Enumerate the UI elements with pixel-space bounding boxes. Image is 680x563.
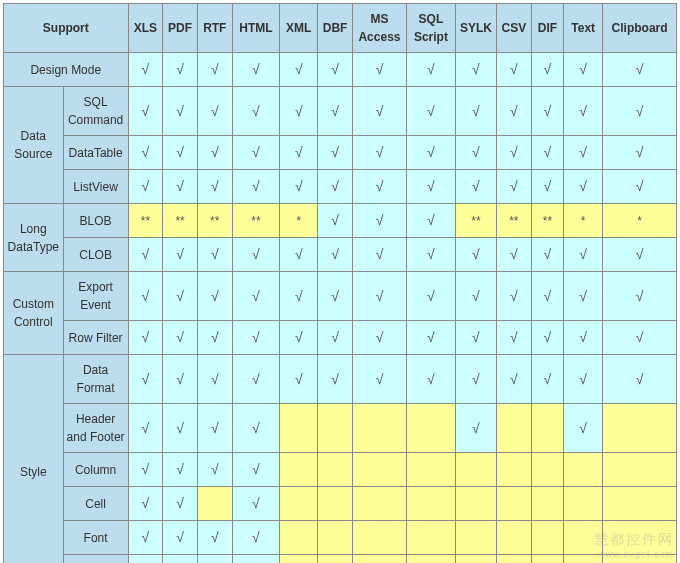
support-cell: √	[197, 53, 232, 87]
header-col-pdf: PDF	[163, 4, 198, 53]
support-cell: √	[455, 321, 496, 355]
table-body: Design Mode√√√√√√√√√√√√√Data SourceSQL C…	[4, 53, 677, 564]
support-cell	[531, 521, 564, 555]
support-cell	[455, 521, 496, 555]
row-header: Cell	[63, 487, 128, 521]
support-cell: √	[531, 136, 564, 170]
row-header: ListView	[63, 170, 128, 204]
support-cell: √	[232, 87, 280, 136]
support-cell: √	[564, 321, 603, 355]
row-header: CLOB	[63, 238, 128, 272]
support-cell: √	[232, 487, 280, 521]
row-header: Data Format	[63, 355, 128, 404]
support-cell	[603, 453, 677, 487]
support-cell: √	[455, 170, 496, 204]
support-cell	[280, 487, 318, 521]
support-cell: √	[407, 272, 456, 321]
support-cell	[352, 453, 406, 487]
support-cell: √	[603, 321, 677, 355]
support-cell: √	[163, 238, 198, 272]
table-row: Long DataTypeBLOB*********√√√********	[4, 204, 677, 238]
support-cell: *	[280, 204, 318, 238]
support-cell: √	[163, 53, 198, 87]
support-cell: √	[497, 272, 532, 321]
support-cell	[407, 487, 456, 521]
support-cell: √	[163, 555, 198, 564]
support-cell: √	[197, 136, 232, 170]
table-row: Column√√√√	[4, 453, 677, 487]
group-header: Custom Control	[4, 272, 64, 355]
support-cell	[318, 487, 353, 521]
support-cell: √	[197, 521, 232, 555]
header-col-xls: XLS	[128, 4, 163, 53]
row-header: Font	[63, 521, 128, 555]
support-cell: √	[531, 355, 564, 404]
support-cell: √	[318, 321, 353, 355]
header-col-sylk: SYLK	[455, 4, 496, 53]
table-row: StyleData Format√√√√√√√√√√√√√	[4, 355, 677, 404]
support-cell	[497, 404, 532, 453]
support-cell: √	[280, 321, 318, 355]
support-cell: √	[455, 136, 496, 170]
support-cell	[603, 521, 677, 555]
support-cell: √	[564, 238, 603, 272]
header-col-dif: DIF	[531, 4, 564, 53]
support-cell: √	[232, 453, 280, 487]
support-cell: **	[497, 204, 532, 238]
support-cell: **	[232, 204, 280, 238]
support-cell: √	[163, 521, 198, 555]
support-cell: √	[455, 87, 496, 136]
support-cell: √	[197, 453, 232, 487]
support-cell	[352, 555, 406, 564]
support-cell	[564, 555, 603, 564]
support-cell: √	[531, 87, 564, 136]
support-cell: √	[232, 136, 280, 170]
support-cell: √	[564, 136, 603, 170]
support-cell: √	[232, 170, 280, 204]
header-col-rtf: RTF	[197, 4, 232, 53]
support-cell: √	[232, 555, 280, 564]
row-header: Export Event	[63, 272, 128, 321]
support-cell	[455, 453, 496, 487]
row-header: SQL Command	[63, 87, 128, 136]
table-row: Data SourceSQL Command√√√√√√√√√√√√√	[4, 87, 677, 136]
header-col-csv: CSV	[497, 4, 532, 53]
support-cell: √	[497, 321, 532, 355]
support-cell	[455, 555, 496, 564]
support-cell: √	[163, 87, 198, 136]
support-cell: √	[197, 238, 232, 272]
support-cell: √	[352, 136, 406, 170]
row-header: DataTable	[63, 136, 128, 170]
support-cell: √	[197, 170, 232, 204]
support-cell	[603, 404, 677, 453]
support-cell	[564, 487, 603, 521]
support-cell: √	[407, 170, 456, 204]
support-cell: √	[232, 355, 280, 404]
support-cell: √	[407, 136, 456, 170]
support-cell	[603, 487, 677, 521]
support-cell: √	[531, 238, 564, 272]
support-cell	[603, 555, 677, 564]
support-cell: √	[407, 321, 456, 355]
row-header: Row Filter	[63, 321, 128, 355]
support-cell: √	[232, 404, 280, 453]
support-cell: √	[163, 355, 198, 404]
support-cell: √	[531, 321, 564, 355]
support-cell	[497, 487, 532, 521]
row-header: Color	[63, 555, 128, 564]
support-cell: √	[603, 355, 677, 404]
support-cell: **	[128, 204, 163, 238]
support-cell	[531, 453, 564, 487]
support-cell: √	[455, 272, 496, 321]
support-cell: √	[318, 238, 353, 272]
support-cell	[497, 555, 532, 564]
table-row: Color√√√√	[4, 555, 677, 564]
support-cell: √	[128, 453, 163, 487]
support-cell: **	[163, 204, 198, 238]
support-cell: √	[128, 170, 163, 204]
header-col-sqlscript: SQL Script	[407, 4, 456, 53]
row-header: Header and Footer	[63, 404, 128, 453]
support-cell: **	[455, 204, 496, 238]
support-cell: √	[197, 355, 232, 404]
support-cell: √	[564, 272, 603, 321]
